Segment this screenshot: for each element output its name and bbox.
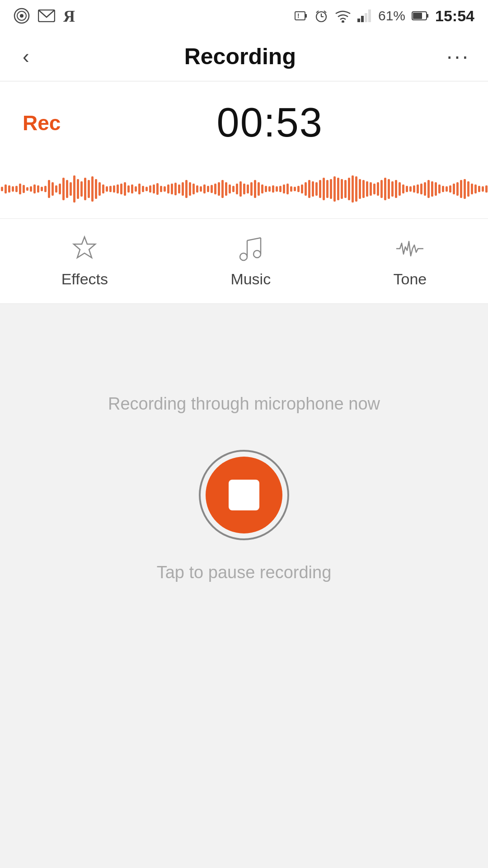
svg-rect-91: [254, 180, 256, 198]
svg-rect-52: [113, 185, 115, 193]
svg-rect-142: [438, 184, 441, 193]
svg-rect-81: [218, 182, 220, 196]
main-content: Recording through microphone now Tap to …: [0, 304, 488, 756]
spotify-icon: [14, 8, 30, 24]
svg-rect-110: [323, 178, 325, 200]
svg-rect-14: [357, 19, 360, 22]
svg-rect-58: [135, 186, 137, 192]
svg-rect-131: [399, 182, 401, 196]
svg-rect-140: [431, 181, 433, 197]
status-right-icons: ! 61% 15:54: [294, 7, 474, 25]
status-bar: Я ! 61%: [0, 0, 488, 32]
svg-text:Я: Я: [63, 7, 75, 24]
svg-rect-75: [196, 185, 198, 193]
stop-square-icon: [229, 480, 259, 510]
svg-rect-22: [5, 184, 7, 193]
waveform-svg: [0, 166, 488, 212]
svg-rect-96: [272, 185, 274, 193]
wifi-icon: [335, 9, 351, 23]
svg-rect-28: [26, 187, 28, 191]
svg-rect-59: [138, 184, 141, 194]
svg-text:!: !: [297, 12, 300, 19]
svg-rect-57: [131, 184, 133, 193]
rec-row: Rec 00:53: [23, 99, 465, 146]
svg-rect-118: [352, 175, 354, 203]
svg-rect-112: [330, 179, 332, 199]
tab-tone[interactable]: Tone: [366, 228, 454, 292]
svg-rect-109: [319, 180, 321, 198]
svg-rect-68: [171, 184, 173, 194]
svg-rect-19: [427, 14, 428, 18]
yandex-icon: Я: [63, 7, 77, 24]
svg-rect-138: [424, 182, 426, 196]
svg-rect-93: [261, 184, 263, 193]
tap-hint: Tap to pause recording: [157, 563, 332, 582]
svg-rect-70: [178, 184, 180, 193]
svg-rect-37: [59, 184, 61, 194]
svg-rect-41: [73, 175, 75, 203]
svg-rect-129: [391, 181, 394, 197]
tab-effects[interactable]: Effects: [34, 228, 135, 292]
svg-rect-97: [276, 186, 278, 192]
rec-timer: 00:53: [74, 99, 465, 146]
svg-rect-36: [55, 185, 57, 193]
stop-button-container: Tap to pause recording: [157, 450, 332, 582]
svg-rect-130: [395, 180, 397, 198]
more-button[interactable]: ···: [446, 44, 470, 69]
svg-rect-44: [84, 178, 86, 200]
status-left-icons: Я: [14, 7, 77, 24]
svg-rect-116: [344, 180, 347, 198]
svg-rect-149: [464, 179, 466, 199]
svg-rect-100: [286, 184, 289, 194]
app-title: Recording: [184, 43, 296, 70]
svg-rect-83: [225, 182, 227, 196]
svg-rect-132: [402, 184, 404, 193]
svg-rect-33: [44, 186, 47, 192]
svg-rect-90: [250, 182, 253, 196]
svg-rect-122: [366, 181, 368, 197]
svg-rect-50: [106, 186, 108, 192]
svg-rect-30: [33, 184, 36, 193]
svg-rect-154: [482, 186, 484, 192]
svg-rect-42: [77, 179, 79, 199]
svg-rect-119: [355, 176, 357, 202]
svg-rect-35: [52, 182, 54, 196]
svg-rect-65: [160, 186, 162, 192]
svg-rect-54: [120, 184, 122, 194]
svg-rect-74: [192, 184, 195, 194]
svg-rect-51: [109, 186, 112, 192]
stop-button[interactable]: [199, 450, 289, 540]
svg-rect-155: [485, 185, 488, 193]
email-icon: [38, 9, 55, 22]
svg-rect-15: [361, 16, 364, 22]
svg-rect-64: [156, 183, 159, 195]
svg-rect-38: [62, 178, 65, 200]
svg-rect-117: [348, 178, 350, 200]
svg-rect-6: [305, 14, 307, 18]
svg-rect-89: [247, 184, 249, 193]
stop-button-inner: [206, 457, 282, 533]
svg-rect-113: [333, 176, 336, 202]
svg-rect-47: [95, 179, 97, 199]
svg-rect-26: [19, 184, 21, 194]
svg-rect-82: [221, 180, 224, 198]
svg-rect-79: [211, 185, 213, 193]
svg-rect-134: [409, 186, 412, 192]
svg-rect-126: [380, 180, 383, 198]
svg-rect-49: [102, 184, 104, 193]
svg-rect-114: [337, 178, 339, 200]
back-button[interactable]: ‹: [18, 42, 34, 71]
svg-rect-137: [420, 184, 422, 194]
svg-point-2: [20, 14, 23, 18]
tab-music[interactable]: Music: [203, 228, 298, 292]
svg-line-161: [247, 238, 261, 241]
svg-rect-111: [326, 180, 328, 198]
svg-rect-98: [279, 186, 282, 192]
svg-rect-148: [460, 180, 462, 198]
svg-rect-125: [377, 182, 379, 196]
svg-point-13: [342, 20, 344, 23]
svg-rect-120: [359, 179, 361, 199]
svg-rect-60: [142, 186, 144, 192]
svg-rect-72: [185, 180, 188, 198]
svg-rect-27: [23, 185, 25, 193]
